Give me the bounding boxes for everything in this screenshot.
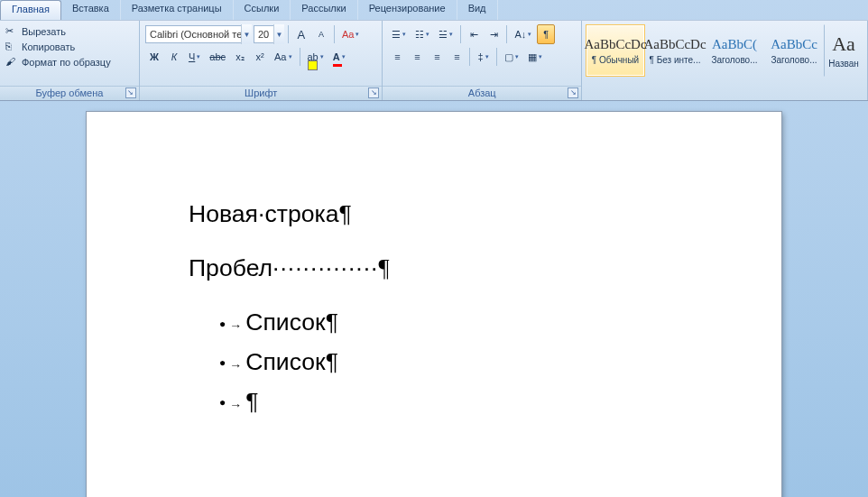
page[interactable]: Новая·строка¶ Пробел··············¶ Спис… — [87, 112, 781, 497]
list-bullet-icon: ☰ — [392, 29, 401, 41]
text-line[interactable]: Новая·строка¶ — [189, 200, 781, 229]
chevron-down-icon[interactable]: ▼ — [273, 24, 284, 44]
align-right-button[interactable]: ≡ — [428, 47, 446, 67]
numbering-button[interactable]: ☷ — [411, 24, 433, 44]
brush-icon: 🖌 — [5, 56, 18, 69]
chevron-down-icon[interactable]: ▼ — [241, 24, 252, 44]
list-item[interactable]: Список¶ — [219, 348, 781, 377]
group-label-clipboard: Буфер обмена↘ — [0, 86, 139, 100]
justify-button[interactable]: ≡ — [448, 47, 466, 67]
group-font: Calibri (Основной те▼ 20▼ A A Aa Ж К Ч a… — [140, 21, 383, 100]
list-item[interactable]: Список¶ — [219, 308, 781, 337]
style-title[interactable]: AaНазван — [824, 24, 863, 77]
group-styles: AaBbCcDc¶ Обычный AaBbCcDc¶ Без инте... … — [582, 21, 868, 100]
show-marks-button[interactable]: ¶ — [537, 24, 555, 44]
bullets-button[interactable]: ☰ — [388, 24, 410, 44]
ribbon-tabs: Главная Вставка Разметка страницы Ссылки… — [0, 0, 868, 20]
copy-icon: ⎘ — [5, 41, 18, 53]
sort-button[interactable]: A↓ — [511, 24, 535, 44]
style-heading1[interactable]: AaBbC(Заголово... — [705, 24, 764, 77]
document-area: Новая·строка¶ Пробел··············¶ Спис… — [0, 101, 868, 497]
style-normal[interactable]: AaBbCcDc¶ Обычный — [586, 24, 645, 77]
font-color-button[interactable]: A — [329, 47, 349, 67]
tab-home[interactable]: Главная — [0, 0, 61, 20]
style-nospace[interactable]: AaBbCcDc¶ Без инте... — [645, 24, 705, 77]
tab-references[interactable]: Ссылки — [234, 0, 291, 20]
align-center-icon: ≡ — [414, 51, 420, 62]
list-multi-icon: ☱ — [439, 29, 448, 41]
copy-button[interactable]: ⎘Копировать — [5, 41, 111, 53]
tab-insert[interactable]: Вставка — [61, 0, 121, 20]
list-item[interactable]: ¶ — [219, 388, 781, 417]
sort-icon: A↓ — [514, 29, 526, 40]
tab-mailings[interactable]: Рассылки — [291, 0, 357, 20]
outdent-icon: ⇤ — [470, 29, 478, 41]
para-launcher[interactable]: ↘ — [568, 87, 578, 98]
indent-icon: ⇥ — [490, 29, 498, 41]
document-content[interactable]: Новая·строка¶ Пробел··············¶ Спис… — [189, 200, 781, 417]
underline-button[interactable]: Ч — [185, 47, 204, 67]
clear-format-button[interactable]: Aa — [338, 24, 363, 44]
tab-view[interactable]: Вид — [457, 0, 498, 20]
bucket-icon: ▢ — [504, 51, 513, 63]
border-icon: ▦ — [528, 51, 537, 63]
cut-button[interactable]: ✂Вырезать — [5, 25, 111, 38]
align-left-button[interactable]: ≡ — [388, 47, 406, 67]
superscript-button[interactable]: x² — [251, 47, 269, 67]
ribbon: ✂Вырезать ⎘Копировать 🖌Формат по образцу… — [0, 20, 868, 101]
tab-layout[interactable]: Разметка страницы — [121, 0, 234, 20]
align-left-icon: ≡ — [394, 51, 400, 62]
font-name-combo[interactable]: Calibri (Основной те — [145, 25, 252, 43]
font-launcher[interactable]: ↘ — [368, 87, 379, 98]
grow-font-button[interactable]: A — [292, 24, 310, 44]
tab-review[interactable]: Рецензирование — [358, 0, 457, 20]
spacing-icon: ‡ — [477, 51, 483, 62]
align-right-icon: ≡ — [434, 51, 439, 62]
style-heading2[interactable]: AaBbCcЗаголово... — [764, 24, 824, 77]
group-clipboard: ✂Вырезать ⎘Копировать 🖌Формат по образцу… — [0, 21, 140, 100]
indent-increase-button[interactable]: ⇥ — [485, 24, 503, 44]
scissors-icon: ✂ — [5, 25, 18, 38]
indent-decrease-button[interactable]: ⇤ — [465, 24, 483, 44]
style-gallery: AaBbCcDc¶ Обычный AaBbCcDc¶ Без инте... … — [586, 23, 863, 100]
strike-button[interactable]: abc — [206, 47, 229, 67]
list-number-icon: ☷ — [415, 29, 424, 41]
group-label-font: Шрифт↘ — [140, 86, 383, 100]
highlight-button[interactable]: ab — [304, 47, 328, 67]
italic-button[interactable]: К — [165, 47, 183, 67]
pilcrow-icon: ¶ — [543, 29, 549, 40]
text-line[interactable]: Пробел··············¶ — [189, 254, 781, 283]
change-case-button[interactable]: Aa — [271, 47, 295, 67]
justify-icon: ≡ — [454, 51, 459, 62]
borders-button[interactable]: ▦ — [524, 47, 546, 67]
shrink-font-button[interactable]: A — [312, 24, 330, 44]
group-label-paragraph: Абзац↘ — [383, 86, 581, 100]
group-paragraph: ☰ ☷ ☱ ⇤ ⇥ A↓ ¶ ≡ ≡ ≡ ≡ ‡ — [383, 21, 582, 100]
clipboard-launcher[interactable]: ↘ — [125, 87, 136, 98]
shading-button[interactable]: ▢ — [501, 47, 522, 67]
multilevel-button[interactable]: ☱ — [435, 24, 457, 44]
format-painter-button[interactable]: 🖌Формат по образцу — [5, 56, 111, 69]
linespacing-button[interactable]: ‡ — [474, 47, 492, 67]
align-center-button[interactable]: ≡ — [408, 47, 426, 67]
bold-button[interactable]: Ж — [145, 47, 163, 67]
subscript-button[interactable]: x₂ — [231, 47, 249, 67]
